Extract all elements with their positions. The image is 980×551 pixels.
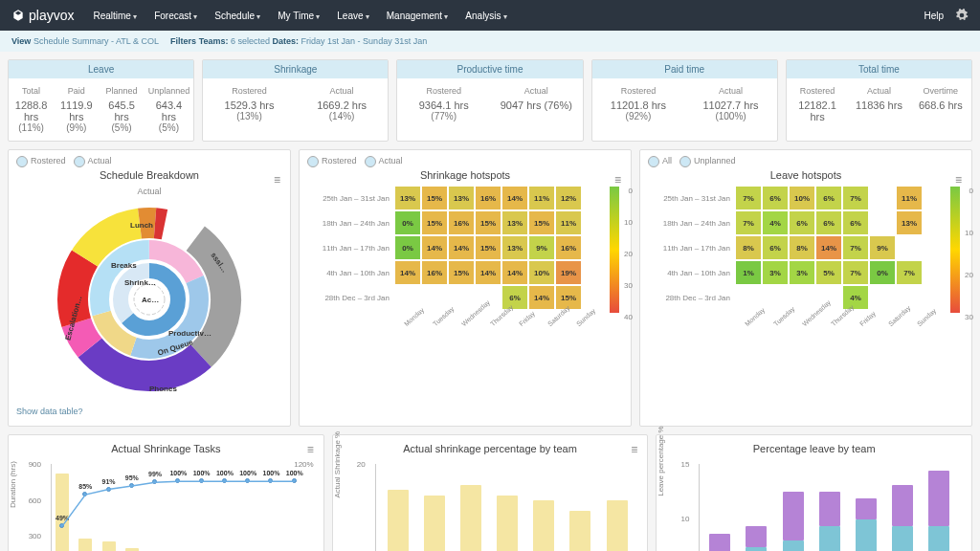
teams-value[interactable]: 6 selected [231,36,270,46]
heatmap-cell[interactable]: 15% [529,211,554,234]
heatmap-cell[interactable]: 7% [897,261,922,284]
heatmap-cell[interactable]: 3% [790,261,814,284]
menu-icon[interactable]: ≡ [307,443,314,456]
bar-stack-b[interactable] [819,492,840,526]
heatmap-cell[interactable] [790,286,814,309]
breakdown-toggle[interactable]: Rostered Actual [16,156,282,167]
heatmap-cell[interactable]: 11% [529,187,554,209]
shrink-hot-toggle[interactable]: Rostered Actual [307,156,623,167]
bar[interactable] [388,490,409,551]
toggle-rostered[interactable]: Rostered [307,156,357,167]
heatmap-cell[interactable] [736,286,761,309]
bar[interactable] [607,500,628,551]
heatmap-cell[interactable]: 10% [790,187,814,209]
nav-management[interactable]: Management [387,11,449,21]
show-data-table[interactable]: Show data table? [16,403,282,420]
heatmap-cell[interactable]: 14% [502,187,527,209]
heatmap-cell[interactable]: 6% [763,236,788,259]
bar[interactable] [533,500,554,551]
bar-stack-a[interactable] [892,526,913,551]
heatmap-cell[interactable] [763,286,788,309]
heatmap-cell[interactable]: 9% [870,236,895,259]
nav-mytime[interactable]: My Time [278,11,320,21]
heatmap-cell[interactable]: 13% [449,187,474,209]
menu-icon[interactable]: ≡ [614,173,621,187]
heatmap-cell[interactable]: 8% [736,236,761,259]
toggle-rostered[interactable]: Rostered [16,156,66,167]
heatmap-cell[interactable]: 15% [476,211,501,234]
dates-value[interactable]: Friday 1st Jan - Sunday 31st Jan [301,36,428,46]
heatmap-cell[interactable]: 12% [556,187,581,209]
menu-icon[interactable]: ≡ [274,173,280,187]
heatmap-cell[interactable]: 19% [556,261,581,284]
heatmap-cell[interactable]: 6% [816,211,841,234]
heatmap-cell[interactable]: 16% [422,261,447,284]
heatmap-cell[interactable]: 0% [870,261,895,284]
heatmap-cell[interactable]: 13% [502,236,527,259]
heatmap-cell[interactable]: 0% [395,211,420,234]
bar-stack-a[interactable] [746,547,767,551]
bar-stack-b[interactable] [856,498,877,519]
heatmap-cell[interactable] [449,286,474,309]
bar[interactable] [424,496,445,551]
heatmap-cell[interactable]: 7% [843,261,868,284]
bar-stack-b[interactable] [892,485,913,527]
toggle-actual[interactable]: Actual [74,156,112,167]
toggle-all[interactable]: All [648,156,672,167]
heatmap-cell[interactable]: 5% [816,261,841,284]
heatmap-cell[interactable]: 15% [422,211,447,234]
bar-stack-a[interactable] [819,526,840,551]
nav-leave[interactable]: Leave [337,11,368,21]
heatmap-cell[interactable] [870,286,895,309]
bar-stack-a[interactable] [928,526,949,551]
bar-stack-a[interactable] [856,519,877,551]
heatmap-cell[interactable]: 14% [529,286,554,309]
heatmap-cell[interactable]: 15% [556,286,581,309]
menu-icon[interactable]: ≡ [955,173,962,187]
heatmap-cell[interactable]: 16% [556,236,581,259]
heatmap-cell[interactable]: 15% [422,187,447,209]
heatmap-cell[interactable] [395,286,420,309]
bar[interactable] [497,496,518,551]
heatmap-cell[interactable]: 14% [502,261,527,284]
heatmap-cell[interactable]: 13% [897,211,922,234]
nav-schedule[interactable]: Schedule [214,11,260,21]
heatmap-cell[interactable]: 3% [763,261,788,284]
nav-realtime[interactable]: Realtime [93,11,137,21]
heatmap-cell[interactable] [897,286,922,309]
heatmap-cell[interactable]: 15% [449,261,474,284]
heatmap-cell[interactable]: 6% [816,187,841,209]
bar-stack-b[interactable] [746,526,767,547]
nav-forecast[interactable]: Forecast [154,11,197,21]
nav-analysis[interactable]: Analysis [465,11,506,21]
heatmap-cell[interactable]: 14% [422,236,447,259]
heatmap-cell[interactable]: 6% [763,187,788,209]
heatmap-cell[interactable]: 14% [395,261,420,284]
menu-icon[interactable]: ≡ [631,443,637,456]
heatmap-cell[interactable]: 16% [449,211,474,234]
heatmap-cell[interactable]: 14% [816,236,841,259]
bar-stack-a[interactable] [783,540,804,551]
bar[interactable] [569,511,590,551]
heatmap-cell[interactable] [422,286,447,309]
heatmap-cell[interactable]: 8% [790,236,814,259]
bar[interactable] [460,485,481,551]
heatmap-cell[interactable]: 16% [476,187,501,209]
toggle-actual[interactable]: Actual [365,156,403,167]
bar-stack-b[interactable] [783,492,804,540]
toggle-unplanned[interactable]: Unplanned [679,156,736,167]
heatmap-cell[interactable]: 9% [529,236,554,259]
heatmap-cell[interactable]: 7% [736,211,761,234]
heatmap-cell[interactable] [897,236,922,259]
heatmap-cell[interactable]: 7% [736,187,761,209]
heatmap-cell[interactable]: 4% [763,211,788,234]
heatmap-cell[interactable]: 0% [395,236,420,259]
nav-help[interactable]: Help [924,11,944,21]
heatmap-cell[interactable]: 7% [843,236,868,259]
heatmap-cell[interactable]: 13% [395,187,420,209]
heatmap-cell[interactable]: 15% [476,236,501,259]
heatmap-cell[interactable] [870,211,895,234]
heatmap-cell[interactable]: 13% [502,211,527,234]
heatmap-cell[interactable]: 10% [529,261,554,284]
heatmap-cell[interactable]: 11% [556,211,581,234]
